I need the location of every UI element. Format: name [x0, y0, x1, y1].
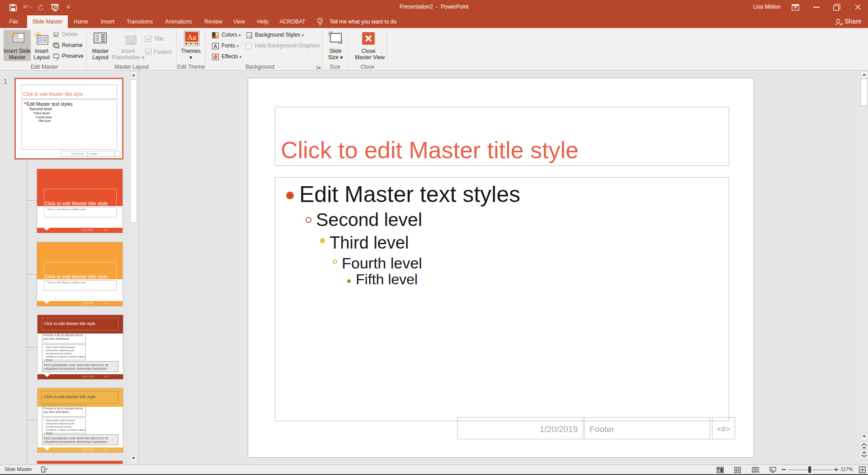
svg-text:A: A	[214, 43, 217, 49]
svg-text:Aa: Aa	[187, 33, 196, 42]
